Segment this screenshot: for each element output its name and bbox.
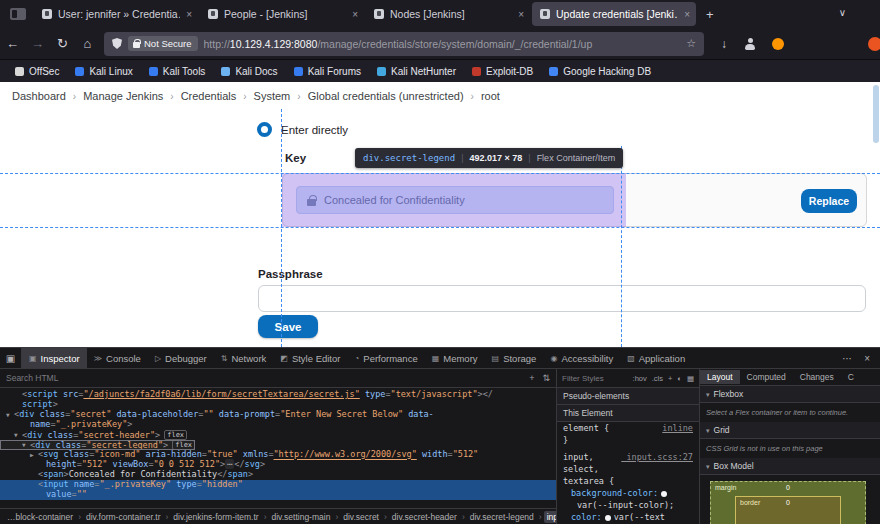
tracking-protection-shield-icon[interactable] [112, 38, 122, 49]
print-media-icon[interactable]: ▦ [687, 374, 694, 383]
dom-breadcrumb-item[interactable]: div.setting-main [268, 511, 333, 523]
filter-styles-input[interactable]: Filter Styles [562, 374, 628, 383]
twisty-icon[interactable]: ▼ [14, 430, 22, 440]
color-swatch-icon[interactable] [605, 515, 611, 521]
downloads-icon[interactable]: ↓ [712, 37, 736, 51]
sidebar-tab-computed[interactable]: Computed [740, 370, 793, 384]
devtools-tab-performance[interactable]: ◔Performance [347, 348, 424, 368]
pseudo-class-toggle[interactable]: :hov [633, 374, 647, 383]
flex-badge[interactable]: flex [172, 440, 195, 450]
bookmark-item[interactable]: OffSec [8, 66, 66, 77]
replace-button[interactable]: Replace [801, 189, 857, 213]
bookmark-item[interactable]: Exploit-DB [465, 66, 540, 77]
markup-line[interactable]: ▼<div class="secret-header">flex [0, 430, 556, 440]
dom-breadcrumb-item[interactable]: div.secret-header [389, 511, 460, 523]
markup-line[interactable]: <script src="/adjuncts/fa2df0a6/lib/form… [0, 390, 556, 400]
browser-tab[interactable]: People - [Jenkins]× [200, 2, 364, 26]
twisty-icon[interactable]: ▶ [30, 450, 38, 460]
devtools-tab-memory[interactable]: ▦Memory [425, 348, 485, 368]
account-icon[interactable] [744, 38, 756, 50]
tab-close-icon[interactable]: × [684, 9, 690, 20]
dom-breadcrumb-item[interactable]: div.jenkins-form-item.tr [170, 511, 261, 523]
firefox-view-icon[interactable] [10, 8, 26, 20]
bookmark-item[interactable]: Kali Forums [287, 66, 368, 77]
browser-tab[interactable]: User: jennifer » Credentia…× [34, 2, 198, 26]
inline-source-link[interactable]: inline [662, 423, 693, 433]
bookmark-favicon-icon [377, 67, 386, 76]
markup-token: "secret-header" [78, 429, 155, 439]
expand-collapse-icon[interactable]: ⇅ [542, 373, 550, 383]
flex-badge[interactable]: flex [164, 430, 187, 440]
add-rule-icon[interactable]: + [668, 374, 672, 383]
bookmark-item[interactable]: Kali Docs [214, 66, 284, 77]
this-element-header[interactable]: This Element [557, 405, 699, 422]
url-bar[interactable]: Not Secure http://10.129.4.129:8080/mana… [104, 32, 704, 56]
bookmark-item[interactable]: Kali Linux [68, 66, 139, 77]
devtools-tab-inspector[interactable]: ▣Inspector [22, 348, 87, 368]
search-html-input[interactable]: Search HTML [6, 373, 521, 383]
browser-tab[interactable]: Update credentials [Jenki…× [532, 2, 696, 26]
edge-extension-icon[interactable] [868, 37, 880, 51]
color-swatch-icon[interactable] [661, 491, 667, 497]
bookmark-item[interactable]: Kali Tools [142, 66, 213, 77]
boxmodel-section-header[interactable]: ▾Box Model [700, 458, 880, 475]
passphrase-input[interactable] [258, 285, 866, 312]
border-top-value[interactable]: 0 [786, 499, 790, 506]
devtools-tab-network[interactable]: ⇅Network [214, 348, 274, 368]
radio-selected-icon[interactable] [257, 122, 272, 137]
enter-directly-radio-row[interactable]: Enter directly [257, 122, 348, 137]
rule-source-link[interactable]: _input.scss:27 [621, 452, 693, 462]
dom-breadcrumb-item[interactable]: …block-container [4, 511, 76, 523]
dom-breadcrumb-item[interactable]: div.secret [340, 511, 382, 523]
devtools-tab-debugger[interactable]: ▷Debugger [148, 348, 214, 368]
forward-icon[interactable]: → [25, 36, 50, 51]
markup-view-panel: Search HTML + ⇅ <script src="/adjuncts/f… [0, 369, 557, 524]
breadcrumb-item[interactable]: Manage Jenkins [83, 90, 163, 102]
page-scrollbar[interactable] [873, 85, 879, 143]
close-devtools-icon[interactable]: × [864, 353, 870, 364]
list-all-tabs-icon[interactable]: ∨ [839, 7, 846, 18]
devtools-tab-style-editor[interactable]: ◩Style Editor [273, 348, 347, 368]
breadcrumb-item[interactable]: root [481, 90, 500, 102]
breadcrumb-item[interactable]: Credentials [181, 90, 237, 102]
twisty-icon[interactable]: ▼ [22, 440, 30, 450]
breadcrumb-item[interactable]: System [254, 90, 291, 102]
extension-addon-icon[interactable] [772, 38, 784, 50]
tab-close-icon[interactable]: × [518, 9, 524, 20]
margin-top-value[interactable]: 0 [786, 484, 790, 491]
bookmark-item[interactable]: Kali NetHunter [370, 66, 463, 77]
bookmark-star-icon[interactable]: ☆ [686, 37, 696, 50]
meatball-menu-icon[interactable]: ⋯ [842, 353, 852, 364]
dom-breadcrumb-item[interactable]: div.form-container.tr [83, 511, 163, 523]
pseudo-elements-header[interactable]: Pseudo-elements [557, 388, 699, 405]
save-button[interactable]: Save [258, 315, 318, 338]
twisty-icon[interactable]: ▼ [6, 410, 14, 420]
bookmark-item[interactable]: Google Hacking DB [542, 66, 658, 77]
dom-breadcrumb-item[interactable]: input [544, 511, 557, 523]
devtools-tab-storage[interactable]: ▤Storage [485, 348, 544, 368]
home-icon[interactable]: ⌂ [75, 36, 100, 51]
class-toggle[interactable]: .cls [652, 374, 663, 383]
breadcrumb-item[interactable]: Dashboard [12, 90, 66, 102]
flexbox-section-header[interactable]: ▾Flexbox [700, 386, 880, 403]
devtools-tab-console[interactable]: ≫Console [87, 348, 148, 368]
color-scheme-icon[interactable]: ◐ [677, 374, 682, 383]
sidebar-tab-changes[interactable]: Changes [793, 370, 841, 384]
node-picker-icon[interactable]: ▣ [0, 348, 22, 368]
grid-section-header[interactable]: ▾Grid [700, 422, 880, 439]
browser-tab[interactable]: Nodes [Jenkins]× [366, 2, 530, 26]
devtools-tab-application[interactable]: ▧Application [620, 348, 692, 368]
tab-close-icon[interactable]: × [186, 9, 192, 20]
markup-line[interactable]: value="" [0, 490, 556, 500]
sidebar-tab-c[interactable]: C [841, 370, 861, 384]
new-tab-button[interactable]: + [706, 7, 714, 22]
back-icon[interactable]: ← [0, 36, 25, 51]
dom-breadcrumb-item[interactable]: div.secret-legend [467, 511, 537, 523]
devtools-tab-accessibility[interactable]: ◉Accessibility [543, 348, 620, 368]
sidebar-tab-layout[interactable]: Layout [700, 370, 740, 384]
breadcrumb-item[interactable]: Global credentials (unrestricted) [308, 90, 464, 102]
not-secure-chip[interactable]: Not Secure [128, 36, 198, 51]
add-node-icon[interactable]: + [529, 373, 534, 383]
reload-icon[interactable]: ↻ [50, 36, 75, 51]
tab-close-icon[interactable]: × [352, 9, 358, 20]
